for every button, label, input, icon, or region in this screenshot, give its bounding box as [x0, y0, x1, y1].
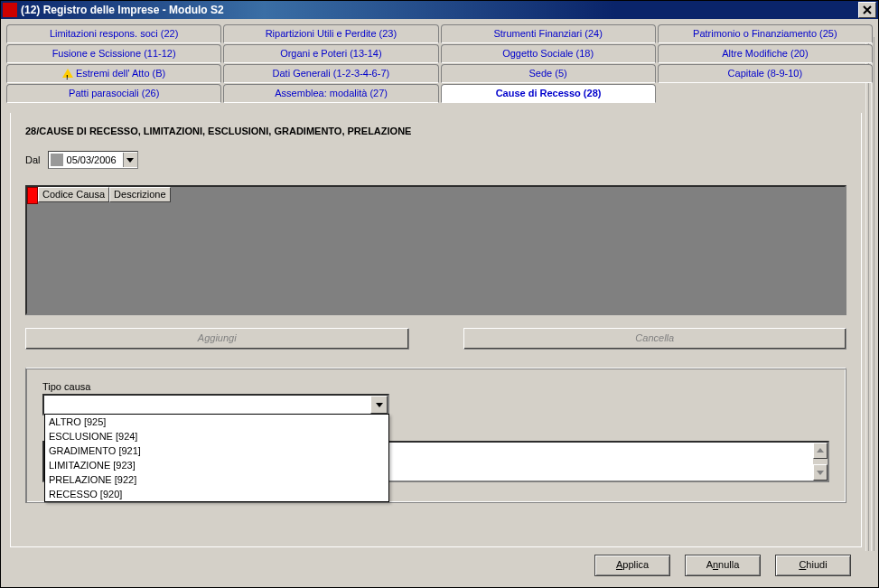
tab-estremi-atto[interactable]: Estremi dell' Atto (B)	[6, 64, 221, 83]
tipo-causa-option[interactable]: GRADIMENTO [921]	[45, 443, 388, 458]
tipo-causa-combo[interactable]: ALTRO [925] ESCLUSIONE [924] GRADIMENTO …	[42, 394, 389, 415]
warning-icon	[62, 69, 73, 78]
close-icon[interactable]	[858, 2, 876, 18]
aggiungi-button[interactable]: Aggiungi	[25, 328, 409, 350]
grid-header-descrizione[interactable]: Descrizione	[109, 187, 170, 202]
annulla-button[interactable]: Annulla	[685, 555, 761, 576]
calendar-icon	[51, 154, 63, 166]
tab-sede[interactable]: Sede (5)	[441, 64, 656, 83]
dal-label: Dal	[25, 154, 41, 165]
tab-limitazioni-respons[interactable]: Limitazioni respons. soci (22)	[6, 24, 221, 43]
window-title: (12) Registro delle Imprese - Modulo S2	[21, 4, 858, 16]
tipo-causa-option[interactable]: RECESSO [920]	[45, 487, 388, 501]
app-window: (12) Registro delle Imprese - Modulo S2 …	[0, 0, 879, 588]
tipo-causa-option[interactable]: ALTRO [925]	[45, 415, 388, 429]
titlebar: (12) Registro delle Imprese - Modulo S2	[1, 1, 878, 19]
tab-altre-modifiche[interactable]: Altre Modifiche (20)	[658, 44, 873, 63]
footer-buttons: Applica Annulla Chiudi	[594, 555, 851, 576]
tab-row-3: Estremi dell' Atto (B) Dati Generali (1-…	[6, 64, 873, 83]
scroll-up-icon[interactable]	[813, 443, 828, 459]
tab-patrimonio-finanziamento[interactable]: Patrimonio o Finanziamento (25)	[658, 24, 873, 43]
dal-value: 05/03/2006	[65, 154, 123, 165]
tipo-causa-dropdown-list[interactable]: ALTRO [925] ESCLUSIONE [924] GRADIMENTO …	[44, 414, 389, 502]
dal-date-input[interactable]: 05/03/2006	[48, 151, 138, 169]
grid-corner	[27, 187, 38, 204]
tab-organi-poteri[interactable]: Organi e Poteri (13-14)	[223, 44, 438, 63]
tipo-causa-dropdown-button[interactable]	[370, 396, 388, 414]
tab-fusione-scissione[interactable]: Fusione e Scissione (11-12)	[6, 44, 221, 63]
tab-ripartizioni-utili[interactable]: Ripartizioni Utili e Perdite (23)	[223, 24, 438, 43]
tipo-causa-value	[44, 396, 370, 414]
tab-cause-recesso[interactable]: Cause di Recesso (28)	[441, 84, 656, 103]
grid-header: Codice Causa Descrizione	[27, 187, 171, 202]
dal-dropdown-button[interactable]	[123, 153, 137, 167]
tab-capitale[interactable]: Capitale (8-9-10)	[658, 64, 873, 83]
scroll-down-icon[interactable]	[813, 464, 828, 481]
app-icon	[3, 3, 17, 17]
tab-dati-generali[interactable]: Dati Generali (1-2-3-4-6-7)	[223, 64, 438, 83]
section-title: 28/CAUSE DI RECESSO, LIMITAZIONI, ESCLUS…	[25, 126, 846, 136]
tab-oggetto-sociale[interactable]: Oggetto Sociale (18)	[441, 44, 656, 63]
tab-row-1: Limitazioni respons. soci (22) Ripartizi…	[6, 24, 873, 43]
tipo-causa-group: Tipo causa ALTRO [925] ESCLUSIONE [924] …	[25, 368, 846, 503]
grid-header-codice[interactable]: Codice Causa	[38, 187, 109, 202]
tab-estremi-atto-label: Estremi dell' Atto (B)	[76, 68, 165, 79]
dal-row: Dal 05/03/2006	[25, 151, 846, 169]
tab-assemblea-modalita[interactable]: Assemblea: modalità (27)	[223, 84, 438, 103]
tipo-causa-option[interactable]: LIMITAZIONE [923]	[45, 458, 388, 472]
tipo-causa-label: Tipo causa	[42, 381, 829, 392]
cancella-button[interactable]: Cancella	[463, 328, 847, 350]
tipo-causa-option[interactable]: PRELAZIONE [922]	[45, 472, 388, 487]
panel-cause-recesso: 28/CAUSE DI RECESSO, LIMITAZIONI, ESCLUS…	[10, 113, 862, 547]
applica-button[interactable]: Applica	[594, 555, 670, 576]
tab-row-4: Patti parasociali (26) Assemblea: modali…	[6, 84, 656, 103]
chiudi-button[interactable]: Chiudi	[775, 555, 851, 576]
tab-row-2: Fusione e Scissione (11-12) Organi e Pot…	[6, 44, 873, 63]
memo-scrollbar[interactable]	[813, 443, 828, 481]
grid-button-row: Aggiungi Cancella	[25, 328, 846, 350]
tab-strumenti-finanziari[interactable]: Strumenti Finanziari (24)	[441, 24, 656, 43]
tab-patti-parasociali[interactable]: Patti parasociali (26)	[6, 84, 221, 103]
cause-grid[interactable]: Codice Causa Descrizione	[25, 185, 846, 315]
tipo-causa-option[interactable]: ESCLUSIONE [924]	[45, 429, 388, 443]
